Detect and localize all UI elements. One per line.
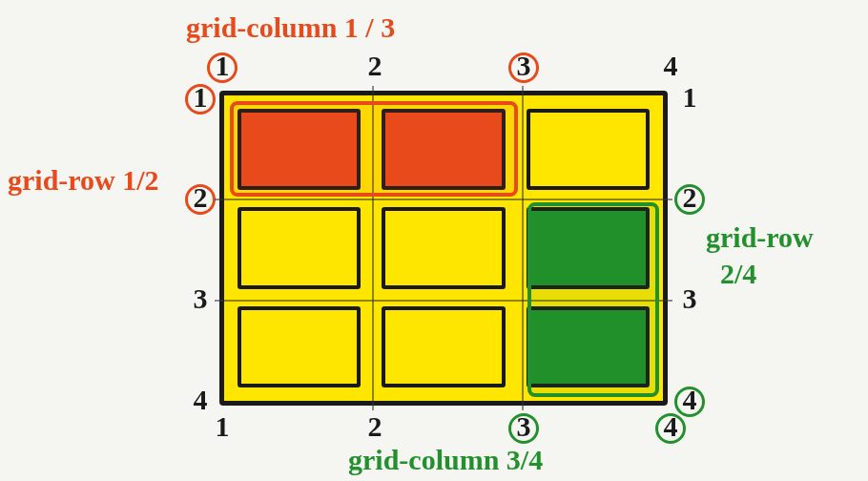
label-grid-row-red: grid-row 1/2: [8, 164, 159, 197]
col-line-bot-2: 2: [361, 410, 389, 443]
row-line-left-4: 4: [186, 384, 215, 416]
cell-r1c2: [382, 109, 505, 190]
row-line-right-2: 2: [675, 181, 704, 214]
row-line-left-2: 2: [186, 181, 215, 214]
grid: [224, 95, 663, 401]
cell-r2c3: [527, 207, 650, 288]
cell-r1c1: [238, 109, 361, 190]
cell-r2c2: [382, 207, 505, 288]
row-line-right-1: 1: [675, 81, 704, 114]
col-line-top-3: 3: [509, 50, 538, 82]
grid-container: [219, 91, 668, 406]
col-line-top-4: 4: [656, 50, 685, 82]
label-grid-row-green-2: 2/4: [720, 258, 756, 290]
row-line-left-3: 3: [186, 282, 215, 315]
label-grid-row-green-1: grid-row: [706, 221, 814, 254]
cell-r1c3: [527, 109, 650, 190]
cell-r2c1: [238, 207, 361, 288]
col-line-top-1: 1: [208, 50, 237, 82]
label-grid-column-green: grid-column 3/4: [348, 444, 543, 476]
row-line-right-4: 4: [675, 384, 704, 416]
col-line-top-2: 2: [361, 50, 389, 82]
label-grid-column-red: grid-column 1 / 3: [186, 11, 395, 44]
cell-r3c2: [382, 306, 505, 387]
cell-r3c3: [527, 306, 650, 387]
cell-r3c1: [238, 306, 361, 387]
col-line-bot-3: 3: [509, 410, 538, 443]
row-line-left-1: 1: [186, 81, 215, 114]
row-line-right-3: 3: [675, 282, 704, 315]
